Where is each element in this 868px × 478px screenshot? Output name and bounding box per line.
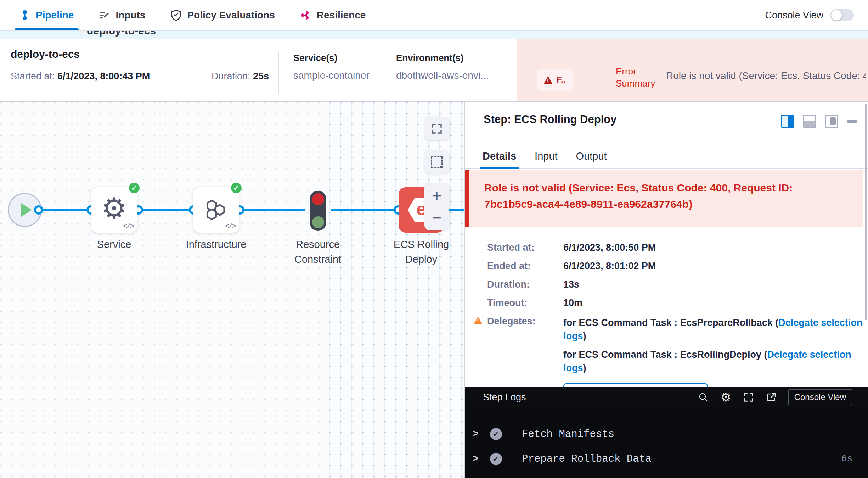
tab-resilience[interactable]: Resilience xyxy=(300,0,366,30)
log-step-name: Fetch Manifests xyxy=(522,428,614,440)
node-ecs-label: ECS Rolling Deploy xyxy=(386,237,457,267)
search-icon[interactable] xyxy=(697,391,709,403)
canvas-select-button[interactable] xyxy=(424,150,449,174)
tab-input[interactable]: Input xyxy=(535,144,558,168)
gear-icon: ⚙ xyxy=(101,194,127,223)
zoom-in-button[interactable]: + xyxy=(432,188,442,204)
hexagons-icon xyxy=(202,198,230,222)
detail-value: 6/1/2023, 8:01:02 PM xyxy=(563,261,868,272)
play-icon xyxy=(21,203,32,217)
panel-tabs: Details Input Output xyxy=(465,144,868,169)
tab-resilience-label: Resilience xyxy=(317,10,366,21)
tab-policy-evaluations[interactable]: Policy Evaluations xyxy=(171,0,275,30)
detail-label: Started at: xyxy=(487,242,563,253)
tab-policy-evaluations-label: Policy Evaluations xyxy=(187,10,275,21)
log-fullscreen-icon[interactable] xyxy=(743,391,755,403)
tab-inputs[interactable]: Inputs xyxy=(99,0,145,30)
tab-pipeline-label: Pipeline xyxy=(36,10,74,21)
detail-value: 6/1/2023, 8:00:50 PM xyxy=(563,242,868,253)
step-logs-panel: Step Logs ⚙ Console View > ✓ Fetch Manif… xyxy=(465,387,868,478)
node-service[interactable]: ⚙ ✓ </> xyxy=(91,187,137,233)
log-settings-gear-icon[interactable]: ⚙ xyxy=(720,391,732,403)
error-summary-zone: F.. Error Summary Role is not valid (Ser… xyxy=(517,39,868,101)
resilience-pinwheel-icon xyxy=(300,10,311,21)
log-row-fetch-manifests[interactable]: > ✓ Fetch Manifests xyxy=(465,426,868,442)
detail-label: Ended at: xyxy=(487,261,563,272)
step-details-grid: Started at: 6/1/2023, 8:00:50 PM Ended a… xyxy=(487,242,868,404)
delegate-warning-icon xyxy=(474,317,482,324)
traffic-red-lamp xyxy=(312,193,324,205)
services-value: sample-container xyxy=(293,70,370,81)
inputs-icon xyxy=(99,10,110,21)
pipeline-execution-page: Pipeline Inputs Policy Evaluations Resil… xyxy=(0,0,868,478)
edge-segment xyxy=(331,209,400,211)
error-summary-label: Error Summary xyxy=(616,65,663,89)
node-infrastructure[interactable]: ✓ </> xyxy=(193,187,239,233)
open-in-new-window-icon[interactable] xyxy=(765,391,777,403)
delegate-task-suffix: ) xyxy=(583,331,586,341)
header-divider xyxy=(278,52,279,94)
delegate-task-text: for ECS Command Task : EcsPrepareRollbac… xyxy=(563,317,778,328)
chevron-right-icon: > xyxy=(472,453,482,465)
code-glyph: </> xyxy=(225,222,236,230)
started-at-value: 6/1/2023, 8:00:43 PM xyxy=(57,71,150,82)
node-service-label: Service xyxy=(79,237,150,252)
scrolled-title-strip: deploy-to-ecs xyxy=(0,31,868,39)
layout-floating-panel-button[interactable] xyxy=(825,115,838,128)
log-row-prepare-rollback-data[interactable]: > ✓ Prepare Rollback Data 6s xyxy=(465,451,868,467)
code-glyph: </> xyxy=(123,222,134,230)
scrolled-title-clipped: deploy-to-ecs xyxy=(87,31,156,37)
delegates-label-text: Delegates: xyxy=(487,316,536,327)
detail-label: Timeout: xyxy=(487,298,563,309)
started-at-label: Started at: xyxy=(11,71,57,82)
tab-pipeline[interactable]: Pipeline xyxy=(19,0,74,30)
duration: Duration: 25s xyxy=(212,71,269,82)
tab-details[interactable]: Details xyxy=(483,144,516,168)
services-block: Service(s) sample-container xyxy=(293,52,370,81)
success-badge-icon: ✓ xyxy=(128,182,141,194)
duration-label: Duration: xyxy=(212,71,253,82)
delegate-task-suffix: ) xyxy=(583,363,586,373)
environments-block: Environment(s) dbothwell-aws-envi... xyxy=(396,52,489,81)
chevron-right-icon: > xyxy=(472,428,482,440)
panel-scrollbar[interactable] xyxy=(865,104,867,320)
started-at: Started at: 6/1/2023, 8:00:43 PM xyxy=(11,71,150,82)
step-title: Step: ECS Rolling Deploy xyxy=(484,113,616,126)
tab-output[interactable]: Output xyxy=(576,144,607,168)
node-infrastructure-label: Infrastructure xyxy=(170,237,262,252)
top-nav: Pipeline Inputs Policy Evaluations Resil… xyxy=(0,0,868,31)
tab-inputs-label: Inputs xyxy=(115,10,145,21)
shield-check-icon xyxy=(171,10,181,21)
node-resource-constraint[interactable] xyxy=(310,191,326,231)
console-view-toggle[interactable] xyxy=(830,9,854,21)
pipeline-canvas[interactable]: ⚙ ✓ </> Service ✓ </> Infrastructure Res… xyxy=(0,102,464,478)
pipeline-icon xyxy=(19,10,30,21)
detail-label: Duration: xyxy=(487,279,563,290)
duration-value: 25s xyxy=(253,71,269,82)
minimize-panel-button[interactable] xyxy=(847,120,857,123)
console-view-label: Console View xyxy=(765,10,823,21)
execution-header: deploy-to-ecs Started at: 6/1/2023, 8:00… xyxy=(0,39,868,102)
canvas-zoom-controls: + − xyxy=(424,183,449,230)
console-view-control: Console View xyxy=(765,0,854,30)
status-badge[interactable]: F.. xyxy=(537,69,573,91)
layout-right-panel-button[interactable] xyxy=(781,115,794,128)
detail-value: 10m xyxy=(563,298,868,309)
failed-warning-icon xyxy=(544,76,552,84)
node-resource-constraint-label: Resource Constraint xyxy=(282,237,353,267)
logs-console-view-button[interactable]: Console View xyxy=(788,389,852,405)
services-label: Service(s) xyxy=(293,52,370,63)
traffic-green-lamp xyxy=(312,216,324,228)
environments-value: dbothwell-aws-envi... xyxy=(396,70,489,81)
execution-title: deploy-to-ecs xyxy=(11,48,80,60)
panel-layout-controls xyxy=(781,115,857,128)
canvas-fullscreen-button[interactable] xyxy=(424,117,449,140)
environments-label: Environment(s) xyxy=(396,52,489,63)
toggle-knob xyxy=(831,10,842,21)
error-summary-text: Role is not valid (Service: Ecs, Status … xyxy=(666,70,866,82)
zoom-out-button[interactable]: − xyxy=(432,210,442,226)
status-badge-text: F.. xyxy=(557,75,565,85)
layout-bottom-panel-button[interactable] xyxy=(803,115,816,128)
log-step-name: Prepare Rollback Data xyxy=(522,453,651,465)
success-badge-icon: ✓ xyxy=(230,182,243,194)
